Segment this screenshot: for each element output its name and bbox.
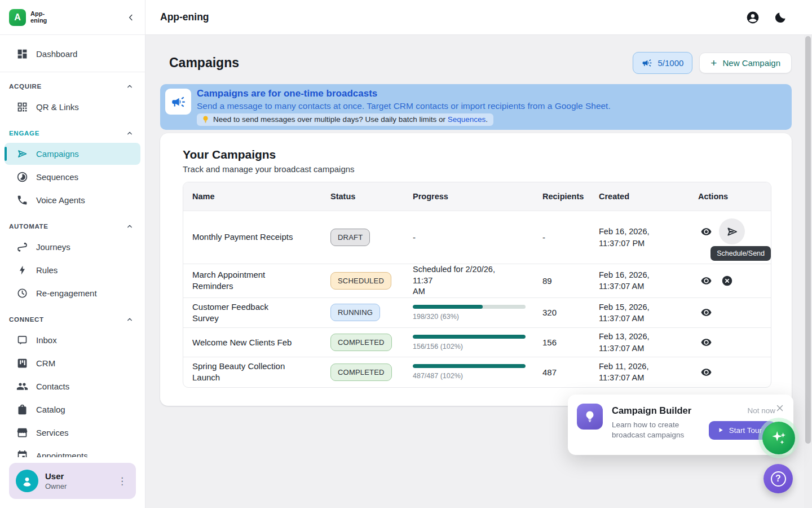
banner-tip: Need to send messages over multiple days…	[197, 113, 493, 126]
cancel-button[interactable]	[719, 273, 735, 289]
view-button[interactable]	[698, 273, 714, 289]
column-header-status: Status	[320, 192, 402, 201]
campaign-name: Spring Beauty Collection Launch	[183, 357, 320, 387]
sidebar-item-appointments[interactable]: Appointments	[5, 445, 140, 457]
sidebar-collapse-button[interactable]	[125, 11, 137, 24]
sidebar-item-catalog[interactable]: Catalog	[5, 398, 140, 421]
user-role: Owner	[45, 482, 67, 491]
cancel-x-icon	[721, 275, 733, 287]
clock-icon	[16, 287, 28, 299]
sidebar-item-crm[interactable]: CRM	[5, 352, 140, 374]
card-title: Your Campaigns	[183, 148, 771, 161]
ai-assistant-fab[interactable]	[762, 422, 795, 454]
app-title: App-ening	[160, 11, 209, 23]
sidebar-section-connect[interactable]: CONNECT	[0, 305, 145, 328]
chevron-up-icon	[125, 315, 134, 324]
progress-bar-fill	[413, 305, 483, 309]
banner-tip-text: Need to send messages over multiple days…	[213, 115, 488, 124]
status-badge: COMPLETED	[330, 334, 392, 351]
schedule-send-tooltip: Schedule/Send	[710, 246, 771, 261]
recipients-value: 320	[532, 308, 588, 317]
sidebar-section-automate[interactable]: AUTOMATE	[0, 212, 145, 235]
created-value: Feb 11, 2026, 11:37:07 AM	[588, 361, 687, 384]
send-icon	[726, 225, 739, 238]
column-header-progress: Progress	[402, 192, 532, 201]
new-campaign-button[interactable]: + New Campaign	[699, 52, 792, 73]
phone-icon	[16, 194, 28, 206]
column-header-created: Created	[588, 192, 687, 201]
table-row: March Appointment Reminders SCHEDULED Sc…	[183, 264, 771, 297]
banner-title: Campaigns are for one-time broadcasts	[197, 88, 611, 99]
recipients-value: -	[532, 233, 588, 242]
view-button[interactable]	[698, 334, 714, 351]
sidebar-section-acquire[interactable]: ACQUIRE	[0, 72, 145, 95]
sidebar-item-campaigns[interactable]: Campaigns	[5, 143, 140, 165]
view-button[interactable]	[698, 304, 714, 321]
megaphone-icon	[642, 58, 652, 68]
help-fab[interactable]: ?	[764, 464, 793, 493]
moon-icon	[774, 11, 787, 24]
sidebar-item-inbox[interactable]: Inbox	[5, 329, 140, 351]
calendar-icon	[16, 450, 28, 457]
eye-icon	[700, 275, 712, 287]
shopping-bag-icon	[16, 404, 28, 415]
page-title: Campaigns	[169, 55, 239, 71]
progress-label: 487/487 (102%)	[413, 372, 532, 380]
sidebar-section-engage[interactable]: ENGAGE	[0, 119, 145, 142]
sidebar-item-rules[interactable]: Rules	[5, 259, 140, 281]
column-header-actions: Actions	[687, 192, 771, 201]
chat-inbox-icon	[16, 334, 28, 346]
not-now-button[interactable]: Not now	[747, 406, 775, 415]
builder-popup-title: Campaign Builder	[612, 405, 700, 416]
campaign-name: Customer Feedback Survey	[183, 298, 320, 328]
sidebar: A App-ening Dashboard ACQUIRE	[0, 0, 145, 508]
sparkles-icon	[769, 428, 788, 448]
storefront-icon	[16, 427, 28, 439]
sidebar-item-services[interactable]: Services	[5, 422, 140, 444]
kanban-board-icon	[16, 357, 28, 369]
sequences-link[interactable]: Sequences	[448, 115, 486, 124]
account-button[interactable]	[745, 10, 760, 25]
page-header-actions: 5/1000 + New Campaign	[633, 52, 792, 74]
progress-cell: 198/320 (63%)	[402, 305, 532, 321]
campaign-name: March Appointment Reminders	[183, 266, 320, 296]
chevron-up-icon	[125, 82, 134, 91]
user-info: User Owner	[45, 471, 67, 491]
recipients-value: 89	[532, 276, 588, 286]
scrollbar-thumb[interactable]	[805, 36, 811, 444]
sidebar-item-re-engagement[interactable]: Re-engagement	[5, 282, 140, 304]
builder-popup-subtitle: Learn how to create broadcast campaigns	[612, 420, 700, 440]
created-value: Feb 15, 2026, 11:37:07 AM	[588, 301, 687, 325]
popup-close-button[interactable]	[774, 402, 786, 414]
sidebar-item-sequences[interactable]: Sequences	[5, 166, 140, 188]
progress-value: Scheduled for 2/20/26, 11:37 AM	[402, 264, 532, 297]
sidebar-item-qr-links[interactable]: QR & Links	[5, 96, 140, 118]
sidebar-item-label: Dashboard	[36, 49, 77, 59]
eye-icon	[700, 226, 712, 238]
person-icon	[20, 474, 34, 488]
sidebar-item-contacts[interactable]: Contacts	[5, 375, 140, 397]
sidebar-item-journeys[interactable]: Journeys	[5, 236, 140, 258]
sidebar-header: A App-ening	[0, 0, 145, 35]
dark-mode-toggle[interactable]	[774, 11, 787, 24]
page-scrollbar[interactable]	[804, 35, 812, 508]
sidebar-item-voice-agents[interactable]: Voice Agents	[5, 189, 140, 211]
lightning-bolt-icon	[16, 264, 28, 276]
send-icon	[16, 148, 28, 160]
campaign-quota-badge[interactable]: 5/1000	[633, 52, 692, 74]
chevron-up-icon	[125, 222, 134, 231]
user-card[interactable]: User Owner ⋮	[9, 463, 136, 499]
user-menu-kebab-icon[interactable]: ⋮	[114, 474, 130, 488]
status-badge: RUNNING	[330, 304, 380, 321]
top-bar: App-ening	[145, 0, 812, 35]
play-icon	[717, 427, 724, 433]
table-row: Monthly Payment Receipts DRAFT - - Feb 1…	[183, 211, 771, 264]
view-button[interactable]	[698, 364, 714, 380]
schedule-send-button[interactable]	[719, 218, 745, 244]
table-row: Welcome New Clients Feb COMPLETED 156/15…	[183, 327, 771, 357]
view-button[interactable]	[698, 224, 714, 240]
table-row: Customer Feedback Survey RUNNING 198/320…	[183, 297, 771, 328]
eye-icon	[700, 366, 712, 378]
sidebar-item-dashboard[interactable]: Dashboard	[5, 43, 140, 65]
app-logo: A App-ening	[9, 9, 47, 26]
